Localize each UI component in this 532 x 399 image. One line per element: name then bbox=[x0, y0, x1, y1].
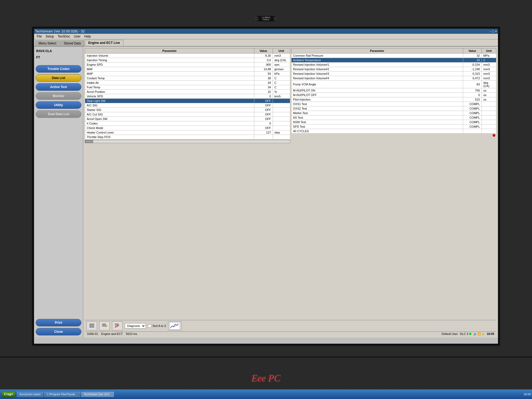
left-param-13: A/C Cut SIG bbox=[85, 112, 254, 117]
left-table-row: Throttle Step POS bbox=[85, 135, 290, 139]
data-list-button[interactable]: Data List bbox=[36, 74, 81, 82]
sort-az-checkbox[interactable] bbox=[148, 324, 151, 328]
right-value-2: -0,154 bbox=[463, 63, 482, 67]
menu-techdoc[interactable]: TechDoc bbox=[56, 34, 72, 39]
close-button[interactable]: Close bbox=[36, 328, 81, 335]
left-table-row: MAF 14,88 gm/sec bbox=[85, 67, 290, 72]
right-value-6: 83 bbox=[463, 81, 482, 88]
left-unit-12 bbox=[273, 108, 290, 112]
left-unit-8: % bbox=[273, 90, 290, 94]
right-unit-14 bbox=[482, 120, 496, 124]
car-model: RAV4 CLA bbox=[36, 49, 81, 53]
left-table-row: Injection Volume 8,30 mm3 bbox=[85, 53, 290, 58]
left-param-11: A/C SIG bbox=[85, 103, 254, 108]
right-param-10: OXS1 Test bbox=[291, 102, 463, 106]
right-table-row: 40 CYCLES bbox=[291, 129, 496, 134]
right-value-13: COMPL bbox=[463, 115, 482, 120]
toolbar-chart-btn[interactable] bbox=[168, 321, 181, 330]
right-value-1: 33 bbox=[463, 58, 482, 63]
right-table-row: Revised Injection Volume#3 0,315 mm3 bbox=[291, 72, 496, 76]
right-value-12: COMPL bbox=[463, 111, 482, 115]
taskbar-item-control-panel[interactable]: Контролен панел bbox=[17, 392, 43, 397]
print-button[interactable]: Print bbox=[36, 319, 81, 326]
taskbar-right: 18:05 bbox=[523, 393, 531, 396]
left-param-6: Intake Air bbox=[85, 81, 254, 85]
left-scrollbar-thumb bbox=[85, 140, 93, 143]
right-param-6: Pump VCM Angle bbox=[291, 81, 463, 88]
right-unit-0: MPa bbox=[482, 53, 496, 58]
right-param-13: AS Test bbox=[291, 115, 463, 120]
tab-stored-data[interactable]: Stored Data bbox=[60, 40, 84, 46]
taskbar-item-techstream[interactable]: Techstream (Ver 10.0... bbox=[81, 392, 114, 397]
left-table-row: # Codes 0 bbox=[85, 121, 290, 126]
left-unit-5: C bbox=[273, 76, 290, 81]
pen-icon bbox=[102, 323, 107, 329]
right-table-row: NSW Test COMPL bbox=[291, 120, 496, 124]
menu-setup[interactable]: Setup bbox=[44, 34, 55, 39]
left-header-unit: Unit bbox=[273, 48, 290, 53]
monitor-button[interactable]: Monitor bbox=[36, 92, 81, 100]
title-bar: Techstream (Ver 10.00.028) - 32 - □ × bbox=[34, 29, 498, 34]
right-param-2: Revised Injection Volume#1 bbox=[291, 63, 463, 67]
left-param-1: Injection Timing bbox=[85, 58, 254, 63]
left-unit-10 bbox=[273, 99, 290, 103]
svg-rect-8 bbox=[115, 324, 119, 324]
menu-file[interactable]: File bbox=[35, 34, 43, 39]
right-unit-13 bbox=[482, 115, 496, 120]
right-table-row: Revised Injection Volume#2 -1,248 mm3 bbox=[291, 67, 496, 72]
left-scrollbar[interactable] bbox=[85, 140, 290, 143]
left-param-16: Check Mode bbox=[85, 126, 254, 130]
menu-user[interactable]: User bbox=[72, 34, 82, 39]
left-param-0: Injection Volume bbox=[85, 53, 254, 58]
right-param-7: M-INJ/PILOT ON bbox=[291, 88, 463, 93]
utility-button[interactable]: Utility bbox=[36, 101, 81, 109]
active-test-button[interactable]: Active Test bbox=[36, 83, 81, 91]
left-unit-18 bbox=[273, 135, 290, 139]
right-table-row: Revised Injection Volume#4 0,472 mm3 bbox=[291, 76, 496, 81]
svg-rect-4 bbox=[102, 324, 106, 324]
taskbar-item-toyota[interactable]: C:\Program Files\Toyota ... bbox=[44, 392, 80, 397]
svg-rect-6 bbox=[102, 326, 106, 326]
left-value-17: 127 bbox=[254, 130, 273, 135]
red-dot-indicator bbox=[493, 134, 495, 137]
right-table-row: OXS1 Test COMPL bbox=[291, 102, 496, 106]
right-unit-7: us bbox=[482, 88, 496, 93]
trouble-codes-button[interactable]: Trouble Codes bbox=[36, 65, 81, 73]
right-value-14: COMPL bbox=[463, 120, 482, 124]
left-param-4: MAP bbox=[85, 72, 254, 76]
toolbar-graph-btn[interactable] bbox=[112, 321, 123, 330]
left-value-5: 38 bbox=[254, 76, 273, 81]
right-table-row: Pilot-Injection 515 us bbox=[291, 97, 496, 102]
left-header-value: Value bbox=[254, 48, 273, 53]
brand-logo: Eee PC bbox=[252, 373, 281, 384]
right-value-3: -1,248 bbox=[463, 67, 482, 72]
right-unit-9: us bbox=[482, 97, 496, 102]
status-code: S306-01 bbox=[87, 332, 98, 335]
toolbar-list-btn[interactable] bbox=[86, 321, 97, 330]
left-unit-9: km/h bbox=[273, 94, 290, 99]
sort-az-label: Sort A to Z bbox=[152, 324, 166, 327]
dual-data-list-button[interactable]: Dual Data List bbox=[36, 110, 81, 118]
left-param-3: MAF bbox=[85, 67, 254, 72]
laptop-outer: 1.3 MEGA PIXELS Techstream (Ver 10.00.02… bbox=[0, 0, 532, 399]
right-unit-10 bbox=[482, 102, 496, 106]
left-value-11: OFF bbox=[254, 103, 273, 108]
tab-menu-select[interactable]: Menu Select bbox=[35, 40, 60, 46]
start-button[interactable]: Старт bbox=[1, 391, 16, 397]
left-table-row: Starter SIG OFF bbox=[85, 108, 290, 112]
menu-help[interactable]: Help bbox=[83, 34, 93, 39]
toolbar-pen-btn[interactable] bbox=[99, 321, 110, 330]
left-value-3: 14,88 bbox=[254, 67, 273, 72]
start-label: Старт bbox=[4, 392, 13, 396]
sidebar-bottom: Print Close bbox=[36, 319, 81, 335]
left-param-15: # Codes bbox=[85, 121, 254, 126]
right-param-15: SPD Test bbox=[291, 124, 463, 129]
diagnosis-select[interactable]: Diagnosis Snapshot Playback bbox=[125, 323, 146, 329]
tab-engine-ect-live[interactable]: Engine and ECT Live bbox=[85, 40, 123, 46]
left-header-param: Parameter bbox=[85, 48, 254, 53]
left-param-14: Accel Open SW bbox=[85, 117, 254, 121]
window-controls[interactable]: - □ × bbox=[490, 29, 497, 33]
left-value-4: 93 bbox=[254, 72, 273, 76]
toolbar-area: Diagnosis Snapshot Playback Sort A to Z bbox=[85, 320, 496, 331]
left-value-8: 15 bbox=[254, 90, 273, 94]
